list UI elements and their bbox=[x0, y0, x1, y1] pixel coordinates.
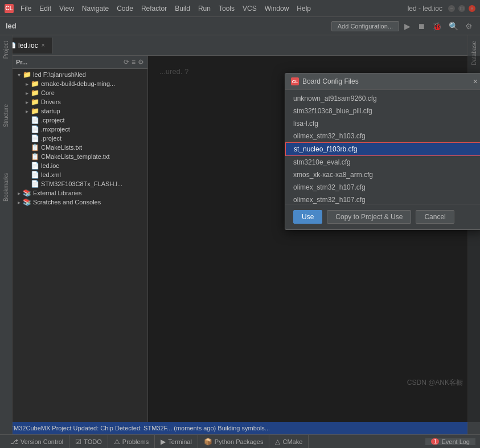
status-tab-icon: 📦 bbox=[204, 438, 212, 446]
project-panel-header: Pr... ⟳ ≡ ⚙ bbox=[13, 56, 147, 69]
maximize-btn[interactable]: □ bbox=[458, 5, 465, 12]
tab-close-icon[interactable]: × bbox=[42, 42, 45, 48]
sync-icon[interactable]: ⟳ bbox=[124, 58, 129, 66]
status-tab-icon: ⚠ bbox=[114, 438, 120, 446]
status-tab-label: Version Control bbox=[20, 438, 63, 445]
tree-item-label: External Libraries bbox=[33, 190, 82, 196]
dialog-app-icon: CL bbox=[291, 77, 299, 85]
settings-icon[interactable]: ⚙ bbox=[463, 20, 474, 32]
tree-item[interactable]: 📋 CMakeLists_template.txt bbox=[13, 152, 147, 161]
tree-item-label: cmake-build-debug-ming... bbox=[41, 80, 115, 87]
event-log-button[interactable]: 1 Event Log bbox=[425, 438, 475, 445]
tab-bar: 📄 led.ioc × ⋮ bbox=[0, 35, 480, 56]
menu-item-run[interactable]: Run bbox=[195, 3, 214, 14]
tree-item[interactable]: 📄 STM32F103C8Tx_FLASH.l... bbox=[13, 179, 147, 188]
tree-item-label: Core bbox=[41, 89, 55, 96]
menu-item-refactor[interactable]: Refactor bbox=[138, 3, 170, 14]
filter-icon[interactable]: ⚙ bbox=[138, 58, 144, 66]
tree-item[interactable]: ▸ 📁 cmake-build-debug-ming... bbox=[13, 79, 147, 88]
cancel-button[interactable]: Cancel bbox=[416, 210, 454, 224]
use-button[interactable]: Use bbox=[293, 210, 322, 224]
tree-icon: 📁 bbox=[23, 71, 31, 79]
tree-icon: 📄 bbox=[31, 125, 39, 133]
tree-item[interactable]: ▸ 📚 External Libraries bbox=[13, 188, 147, 198]
status-tab-label: CMake bbox=[282, 438, 302, 445]
tree-icon: 📄 bbox=[31, 134, 39, 142]
file-list-item[interactable]: xmos_xk-xac-xa8_arm.cfg bbox=[285, 168, 480, 181]
menu-item-build[interactable]: Build bbox=[171, 3, 194, 14]
file-list-item[interactable]: lisa-l.cfg bbox=[285, 117, 480, 130]
tree-item-label: Drivers bbox=[41, 98, 61, 105]
menu-item-vcs[interactable]: VCS bbox=[239, 3, 260, 14]
tree-arrow: ▸ bbox=[23, 99, 31, 105]
workspace: Project Structure Bookmarks Pr... ⟳ ≡ ⚙ … bbox=[0, 56, 480, 422]
status-tab-version-control[interactable]: ⎇ Version Control bbox=[5, 435, 69, 448]
bottom-info-bar: STM32CubeMX Project Updated: Chip Detect… bbox=[0, 422, 480, 434]
menu-item-file[interactable]: File bbox=[17, 3, 35, 14]
tree-icon: 📚 bbox=[23, 189, 31, 197]
tree-item-label: CMakeLists_template.txt bbox=[41, 153, 109, 160]
file-list-item[interactable]: stm3210e_eval.cfg bbox=[285, 156, 480, 168]
tree-item[interactable]: 📄 .cproject bbox=[13, 116, 147, 125]
tree-item[interactable]: 📄 led.ioc bbox=[13, 161, 147, 170]
file-list-item[interactable]: olimex_stm32_h103.cfg bbox=[285, 130, 480, 142]
menu-bar: FileEditViewNavigateCodeRefactorBuildRun… bbox=[17, 3, 408, 14]
dialog-close-icon[interactable]: × bbox=[473, 77, 478, 86]
tree-item[interactable]: ▾ 📁 led F:\qianrushi\led bbox=[13, 70, 147, 79]
collapse-icon[interactable]: ≡ bbox=[132, 58, 136, 66]
structure-tab[interactable]: Structure bbox=[1, 98, 11, 133]
status-tab-problems[interactable]: ⚠ Problems bbox=[108, 435, 155, 448]
tab-label: led.ioc bbox=[18, 42, 38, 50]
file-list-item[interactable]: stm32f103c8_blue_pill.cfg bbox=[285, 105, 480, 117]
project-tab[interactable]: Project bbox=[1, 35, 11, 64]
event-log-label: Event Log bbox=[441, 438, 470, 445]
tree-item[interactable]: ▸ 📁 startup bbox=[13, 106, 147, 116]
tree-item-label: Scratches and Consoles bbox=[33, 199, 101, 205]
tree-item[interactable]: 📋 CMakeLists.txt bbox=[13, 143, 147, 152]
modal-overlay: CL Board Config Files × unknown_at91sam9… bbox=[148, 56, 480, 422]
copy-use-button[interactable]: Copy to Project & Use bbox=[327, 210, 411, 224]
menu-item-code[interactable]: Code bbox=[113, 3, 137, 14]
bookmarks-tab[interactable]: Bookmarks bbox=[1, 167, 11, 207]
debug-icon[interactable]: 🐞 bbox=[430, 20, 444, 32]
tree-item-label: CMakeLists.txt bbox=[41, 144, 82, 151]
menu-item-help[interactable]: Help bbox=[293, 3, 314, 14]
search-icon[interactable]: 🔍 bbox=[447, 20, 460, 32]
tree-item[interactable]: ▸ 📁 Core bbox=[13, 88, 147, 97]
file-list-item[interactable]: unknown_at91sam9260.cfg bbox=[285, 92, 480, 105]
bottom-message: STM32CubeMX Project Updated: Chip Detect… bbox=[6, 425, 270, 431]
tree-item-label: STM32F103C8Tx_FLASH.l... bbox=[41, 180, 122, 187]
status-tab-python-packages[interactable]: 📦 Python Packages bbox=[198, 435, 270, 448]
close-btn[interactable]: × bbox=[469, 5, 475, 12]
file-list-item[interactable]: st_nucleo_f103rb.cfg bbox=[285, 142, 480, 156]
board-config-dialog: CL Board Config Files × unknown_at91sam9… bbox=[285, 73, 480, 230]
tree-item-label: led.xml bbox=[41, 171, 61, 178]
status-tab-todo[interactable]: ☑ TODO bbox=[69, 435, 108, 448]
menu-item-edit[interactable]: Edit bbox=[36, 3, 55, 14]
status-tab-terminal[interactable]: ▶ Terminal bbox=[155, 435, 198, 448]
tree-item[interactable]: 📄 led.xml bbox=[13, 170, 147, 179]
status-bar: ⎇ Version Control ☑ TODO ⚠ Problems ▶ Te… bbox=[0, 434, 480, 448]
tree-item[interactable]: ▸ 📁 Drivers bbox=[13, 97, 147, 106]
stop-icon[interactable]: ⏹ bbox=[416, 20, 427, 32]
tree-arrow: ▸ bbox=[15, 199, 23, 205]
status-tab-icon: ☑ bbox=[75, 438, 81, 446]
status-tab-cmake[interactable]: △ CMake bbox=[269, 435, 309, 448]
file-list-item[interactable]: olimex_stm32_h107.cfg bbox=[285, 181, 480, 194]
file-list-item[interactable]: olimex_stm32_h107.cfg bbox=[285, 194, 480, 204]
tree-icon: 📄 bbox=[31, 162, 39, 170]
tree-icon: 📄 bbox=[31, 180, 39, 188]
tree-item[interactable]: 📄 .mxproject bbox=[13, 125, 147, 134]
tree-icon: 📁 bbox=[31, 89, 39, 97]
run-icon[interactable]: ▶ bbox=[403, 20, 412, 32]
menu-item-tools[interactable]: Tools bbox=[215, 3, 238, 14]
tree-item[interactable]: 📄 .project bbox=[13, 134, 147, 143]
tree-item-label: led.ioc bbox=[41, 162, 59, 169]
menu-item-window[interactable]: Window bbox=[261, 3, 293, 14]
menu-item-navigate[interactable]: Navigate bbox=[79, 3, 112, 14]
tree-item[interactable]: ▸ 📚 Scratches and Consoles bbox=[13, 198, 147, 207]
menu-item-view[interactable]: View bbox=[56, 3, 77, 14]
add-config-button[interactable]: Add Configuration... bbox=[331, 21, 399, 31]
title-bar: CL FileEditViewNavigateCodeRefactorBuild… bbox=[0, 0, 480, 17]
minimize-btn[interactable]: − bbox=[448, 5, 455, 12]
